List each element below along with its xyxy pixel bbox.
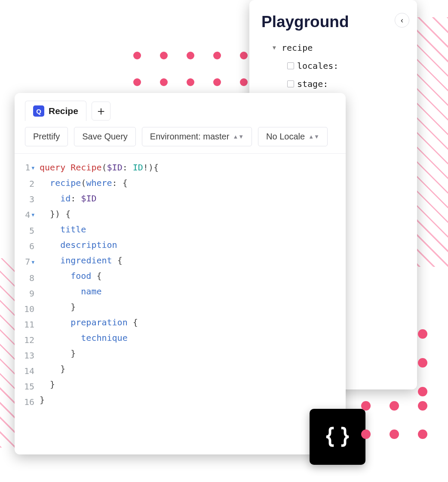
- sort-icon: ▲▼: [233, 133, 244, 140]
- tree-item-label: stage:: [297, 75, 328, 93]
- decorative-dot: [133, 52, 141, 59]
- decorative-dot: [418, 387, 427, 396]
- decorative-dot: [187, 78, 194, 86]
- select-label: No Locale: [266, 132, 305, 142]
- save-query-button[interactable]: Save Query: [74, 127, 136, 146]
- line-gutter: 1▼234▼567▼8910111213141516: [15, 160, 40, 410]
- code-editor[interactable]: 1▼234▼567▼8910111213141516 query Recipe(…: [15, 154, 346, 410]
- decorative-dot: [213, 78, 221, 86]
- tree-item-locales[interactable]: locales:: [287, 57, 405, 75]
- decorative-dot: [418, 358, 427, 368]
- plus-icon: ＋: [95, 103, 107, 119]
- decorative-dot: [160, 52, 168, 59]
- decorative-dot: [361, 401, 371, 411]
- decorative-dot: [361, 429, 371, 439]
- locale-select[interactable]: No Locale ▲▼: [258, 127, 328, 146]
- chevron-left-icon: ‹: [401, 16, 403, 25]
- button-label: Prettify: [33, 132, 60, 142]
- prettify-button[interactable]: Prettify: [25, 127, 68, 146]
- decorative-dot: [418, 401, 427, 411]
- playground-title: Playground: [261, 13, 405, 31]
- decorative-dot: [418, 429, 427, 439]
- tab-recipe[interactable]: Q Recipe: [25, 101, 86, 121]
- select-label: Environment: master: [150, 132, 230, 142]
- decorative-dot: [240, 52, 248, 59]
- tree-root[interactable]: ▼ recipe: [273, 39, 405, 57]
- editor-panel: Q Recipe ＋ Prettify Save Query Environme…: [15, 93, 346, 454]
- tree-root-label: recipe: [282, 39, 313, 57]
- query-badge-icon: Q: [33, 105, 44, 117]
- decorative-dot: [160, 78, 168, 86]
- decorative-dot: [240, 78, 248, 86]
- chevron-down-icon: ▼: [273, 39, 279, 57]
- tabs-row: Q Recipe ＋: [15, 93, 346, 121]
- graphql-braces-card: [310, 409, 365, 465]
- checkbox-icon: [287, 62, 294, 69]
- checkbox-icon: [287, 80, 294, 87]
- environment-select[interactable]: Environment: master ▲▼: [142, 127, 252, 146]
- tab-label: Recipe: [49, 106, 78, 116]
- decorative-dot: [390, 429, 399, 439]
- toolbar: Prettify Save Query Environment: master …: [15, 121, 346, 154]
- code-content: query Recipe($ID: ID!){ recipe(where: { …: [40, 160, 159, 410]
- decorative-dot: [133, 78, 141, 86]
- sort-icon: ▲▼: [308, 133, 319, 140]
- decorative-dot: [418, 329, 427, 339]
- tree-item-label: locales:: [297, 57, 338, 75]
- braces-icon: [322, 422, 353, 452]
- collapse-button[interactable]: ‹: [395, 13, 409, 28]
- tree-item-stage[interactable]: stage:: [287, 75, 405, 93]
- add-tab-button[interactable]: ＋: [92, 102, 110, 120]
- button-label: Save Query: [82, 132, 128, 142]
- decorative-dot: [187, 52, 194, 59]
- decorative-dot: [213, 52, 221, 59]
- decorative-dot: [390, 401, 399, 411]
